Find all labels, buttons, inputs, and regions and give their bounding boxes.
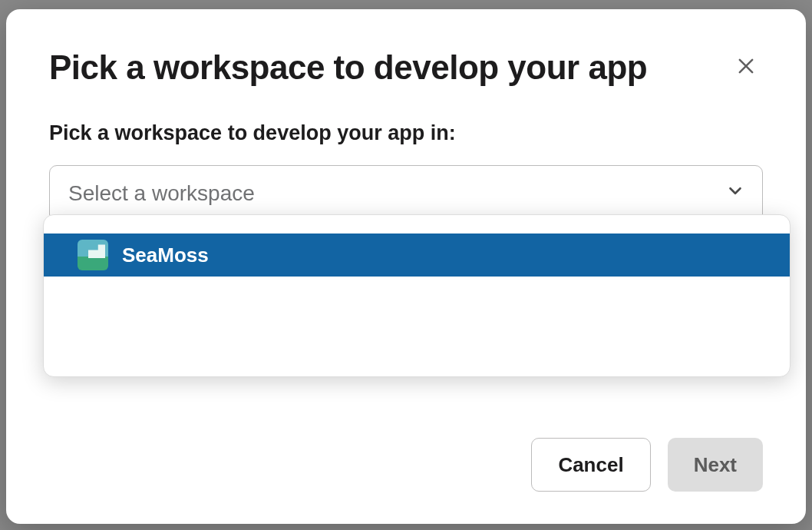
select-placeholder: Select a workspace (68, 181, 255, 206)
workspace-picker-modal: Pick a workspace to develop your app Pic… (6, 9, 806, 524)
modal-title: Pick a workspace to develop your app (49, 49, 647, 86)
workspace-dropdown: SeaMoss (43, 214, 791, 377)
modal-header: Pick a workspace to develop your app (49, 49, 763, 86)
close-button[interactable] (729, 51, 763, 84)
modal-footer: Cancel Next (49, 438, 763, 492)
cancel-button[interactable]: Cancel (531, 438, 650, 492)
close-icon (735, 55, 757, 80)
workspace-name: SeaMoss (122, 243, 209, 267)
workspace-select[interactable]: Select a workspace (49, 165, 763, 222)
workspace-option[interactable]: SeaMoss (44, 234, 790, 277)
workspace-icon (78, 240, 108, 270)
next-button[interactable]: Next (668, 438, 763, 492)
chevron-down-icon (725, 181, 745, 207)
workspace-select-wrap: Select a workspace SeaMoss (49, 165, 763, 222)
field-label: Pick a workspace to develop your app in: (49, 121, 763, 145)
